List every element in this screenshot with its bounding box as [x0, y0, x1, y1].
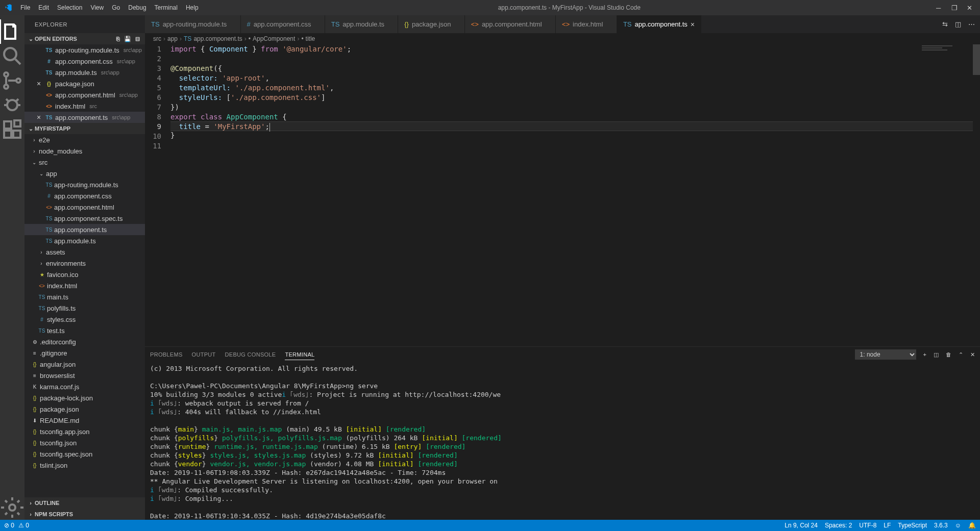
- more-icon[interactable]: ⋯: [968, 20, 975, 28]
- status-indent[interactable]: Spaces: 2: [825, 522, 852, 529]
- outline-header[interactable]: › OUTLINE: [24, 497, 145, 509]
- panel-tab-output[interactable]: OUTPUT: [192, 351, 216, 358]
- editor-tab[interactable]: TSapp.component.ts×: [617, 15, 701, 33]
- file-item[interactable]: ★favicon.ico: [24, 269, 145, 280]
- panel-tab-problems[interactable]: PROBLEMS: [150, 351, 183, 358]
- open-editors-header[interactable]: ⌄ OPEN EDITORS ⎘ 💾 ⊟: [24, 33, 145, 44]
- file-item[interactable]: ⬇README.md: [24, 415, 145, 426]
- folder-item[interactable]: ⌄app: [24, 168, 145, 179]
- code-line[interactable]: @Component({: [170, 64, 980, 73]
- breadcrumb-item[interactable]: TSapp.component.ts: [184, 35, 242, 42]
- status-encoding[interactable]: UTF-8: [859, 522, 876, 529]
- editor-tab[interactable]: <>app.component.html×: [465, 15, 556, 33]
- breadcrumb-item[interactable]: app: [167, 35, 178, 42]
- close-panel-icon[interactable]: ✕: [970, 351, 975, 358]
- editor-tab[interactable]: TSapp-routing.module.ts×: [145, 15, 241, 33]
- menu-help[interactable]: Help: [182, 2, 203, 13]
- status-eol[interactable]: LF: [884, 522, 891, 529]
- status-ts-version[interactable]: 3.6.3: [934, 522, 948, 529]
- file-item[interactable]: {}tsconfig.app.json: [24, 426, 145, 437]
- open-editor-item[interactable]: <>index.htmlsrc: [24, 100, 145, 112]
- maximize-button[interactable]: ❐: [951, 4, 957, 12]
- new-file-icon[interactable]: ⎘: [116, 36, 120, 42]
- menu-file[interactable]: File: [16, 2, 34, 13]
- minimize-button[interactable]: ─: [936, 4, 941, 12]
- code-line[interactable]: [170, 140, 980, 150]
- editor-tab[interactable]: <>index.html×: [556, 15, 617, 33]
- folder-item[interactable]: ›node_modules: [24, 145, 145, 157]
- folder-item[interactable]: ⌄src: [24, 157, 145, 168]
- npm-header[interactable]: › NPM SCRIPTS: [24, 509, 145, 520]
- menu-terminal[interactable]: Terminal: [151, 2, 182, 13]
- folder-item[interactable]: ›environments: [24, 258, 145, 269]
- split-terminal-icon[interactable]: ◫: [934, 351, 939, 358]
- vertical-scrollbar[interactable]: [973, 44, 980, 346]
- terminal-content[interactable]: (c) 2013 Microsoft Corporation. All righ…: [145, 362, 980, 520]
- breadcrumb-item[interactable]: •title: [301, 35, 315, 42]
- folder-item[interactable]: ›assets: [24, 246, 145, 258]
- code-line[interactable]: selector: 'app-root',: [170, 73, 980, 83]
- open-editor-item[interactable]: ×{}package.json: [24, 78, 145, 89]
- code-line[interactable]: }): [170, 103, 980, 112]
- file-item[interactable]: TSapp.component.ts: [24, 224, 145, 235]
- file-item[interactable]: ≡.gitignore: [24, 347, 145, 359]
- status-feedback[interactable]: ☺: [955, 522, 961, 529]
- code-line[interactable]: title = 'MyFirstApp';: [170, 121, 980, 131]
- close-tab-icon[interactable]: ×: [691, 20, 695, 29]
- open-editor-item[interactable]: #app.component.csssrc\app: [24, 56, 145, 67]
- file-item[interactable]: {}package.json: [24, 403, 145, 415]
- file-item[interactable]: Kkarma.conf.js: [24, 381, 145, 392]
- code-editor[interactable]: 1234567891011 import { Component } from …: [145, 44, 980, 346]
- minimap[interactable]: [922, 44, 973, 54]
- maximize-panel-icon[interactable]: ⌃: [959, 351, 963, 358]
- menu-view[interactable]: View: [86, 2, 108, 13]
- file-item[interactable]: TSmain.ts: [24, 291, 145, 302]
- code-line[interactable]: styleUrls: ['./app.component.css']: [170, 93, 980, 103]
- breadcrumb-item[interactable]: •AppComponent: [249, 35, 296, 42]
- close-icon[interactable]: ×: [35, 80, 43, 88]
- status-errors[interactable]: ⊘ 0: [4, 522, 14, 529]
- code-line[interactable]: import { Component } from '@angular/core…: [170, 44, 980, 54]
- close-window-button[interactable]: ✕: [967, 4, 972, 12]
- open-editor-item[interactable]: ×TSapp.component.tssrc\app: [24, 112, 145, 123]
- panel-tab-terminal[interactable]: TERMINAL: [285, 351, 314, 360]
- explorer-icon[interactable]: [0, 19, 24, 44]
- code-content[interactable]: import { Component } from '@angular/core…: [170, 44, 980, 346]
- open-editor-item[interactable]: TSapp-routing.module.tssrc\app: [24, 44, 145, 56]
- code-line[interactable]: export class AppComponent {: [170, 112, 980, 122]
- code-line[interactable]: [170, 54, 980, 64]
- file-item[interactable]: TSpolyfills.ts: [24, 302, 145, 314]
- close-icon[interactable]: ×: [35, 113, 43, 121]
- menu-go[interactable]: Go: [108, 2, 124, 13]
- settings-gear-icon[interactable]: [0, 495, 24, 520]
- editor-tab[interactable]: TSapp.module.ts×: [325, 15, 398, 33]
- file-item[interactable]: ≡browserslist: [24, 370, 145, 381]
- file-item[interactable]: {}angular.json: [24, 359, 145, 370]
- file-item[interactable]: TStest.ts: [24, 325, 145, 336]
- code-line[interactable]: }: [170, 131, 980, 140]
- save-all-icon[interactable]: 💾: [124, 36, 131, 42]
- breadcrumb-item[interactable]: src: [153, 35, 161, 42]
- file-item[interactable]: {}tsconfig.spec.json: [24, 448, 145, 460]
- debug-icon[interactable]: [0, 93, 24, 117]
- editor-tab[interactable]: #app.component.css×: [241, 15, 325, 33]
- file-item[interactable]: {}tslint.json: [24, 460, 145, 471]
- code-line[interactable]: templateUrl: './app.component.html',: [170, 83, 980, 93]
- file-item[interactable]: TSapp-routing.module.ts: [24, 179, 145, 190]
- file-item[interactable]: <>index.html: [24, 280, 145, 291]
- search-icon[interactable]: [0, 44, 24, 68]
- status-cursor-pos[interactable]: Ln 9, Col 24: [785, 522, 818, 529]
- menu-debug[interactable]: Debug: [124, 2, 150, 13]
- kill-terminal-icon[interactable]: 🗑: [946, 351, 951, 358]
- extensions-icon[interactable]: [0, 117, 24, 142]
- file-item[interactable]: ⚙.editorconfig: [24, 336, 145, 347]
- status-lang[interactable]: TypeScript: [898, 522, 927, 529]
- source-control-icon[interactable]: [0, 68, 24, 93]
- open-editor-item[interactable]: <>app.component.htmlsrc\app: [24, 89, 145, 100]
- folder-item[interactable]: ›e2e: [24, 134, 145, 145]
- breadcrumb[interactable]: src›app›TSapp.component.ts›•AppComponent…: [145, 33, 980, 44]
- menu-selection[interactable]: Selection: [53, 2, 86, 13]
- panel-tab-debug-console[interactable]: DEBUG CONSOLE: [225, 351, 276, 358]
- editor-tab[interactable]: {}package.json×: [398, 15, 465, 33]
- open-editor-item[interactable]: TSapp.module.tssrc\app: [24, 67, 145, 78]
